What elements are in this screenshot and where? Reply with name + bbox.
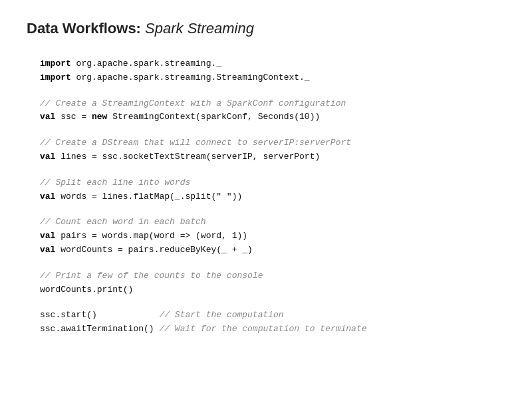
import-section: import org.apache.spark.streaming._ impo… — [40, 57, 505, 85]
pairs-line: val pairs = words.map(word => (word, 1)) — [40, 229, 505, 243]
code-block: import org.apache.spark.streaming._ impo… — [40, 57, 505, 336]
comment-4: // Count each word in each batch — [40, 215, 505, 229]
page: Data Workflows: Spark Streaming import o… — [0, 0, 532, 399]
wordcounts-line: val wordCounts = pairs.reduceByKey(_ + _… — [40, 243, 505, 257]
import-line-1: import org.apache.spark.streaming._ — [40, 57, 505, 71]
start-section: ssc.start() // Start the computation ssc… — [40, 309, 505, 336]
print-section: // Print a few of the counts to the cons… — [40, 269, 505, 297]
words-line: val words = lines.flatMap(_.split(" ")) — [40, 190, 505, 204]
start-line: ssc.start() // Start the computation — [40, 309, 505, 323]
page-title: Data Workflows: Spark Streaming — [27, 20, 505, 37]
lines-line: val lines = ssc.socketTextStream(serverI… — [40, 150, 505, 164]
ssc-line: val ssc = new StreamingContext(sparkConf… — [40, 110, 505, 124]
import-line-2: import org.apache.spark.streaming.Stream… — [40, 71, 505, 85]
comment-1: // Create a StreamingContext with a Spar… — [40, 97, 505, 111]
comment-5: // Print a few of the counts to the cons… — [40, 269, 505, 283]
comment-2: // Create a DStream that will connect to… — [40, 136, 505, 150]
dstream-section: // Create a DStream that will connect to… — [40, 136, 505, 164]
streaming-context-section: // Create a StreamingContext with a Spar… — [40, 97, 505, 125]
await-line: ssc.awaitTermination() // Wait for the c… — [40, 323, 505, 336]
comment-3: // Split each line into words — [40, 176, 505, 190]
count-section: // Count each word in each batch val pai… — [40, 215, 505, 257]
print-line: wordCounts.print() — [40, 283, 505, 297]
title-prefix: Data Workflows: — [27, 20, 145, 37]
split-section: // Split each line into words val words … — [40, 176, 505, 204]
title-italic: Spark Streaming — [145, 20, 254, 37]
